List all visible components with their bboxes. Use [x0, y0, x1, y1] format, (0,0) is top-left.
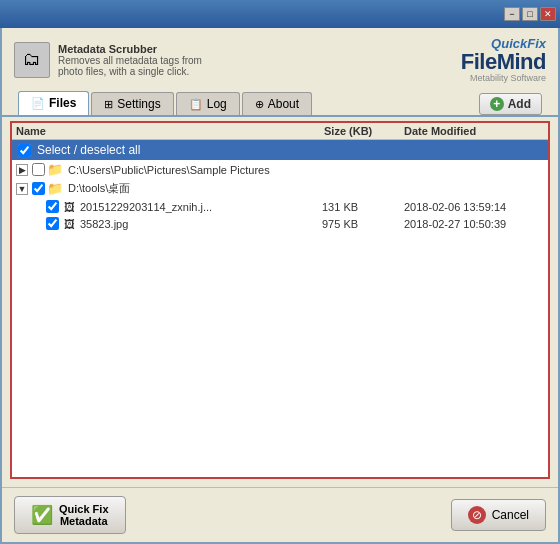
- add-area: + Add: [479, 93, 550, 115]
- file-row-2: 🖼 35823.jpg 975 KB 2018-02-27 10:50:39: [12, 215, 548, 232]
- title-bar: − □ ✕: [0, 0, 560, 28]
- minimize-button[interactable]: −: [504, 7, 520, 21]
- brand-filemind: FileMind: [461, 51, 546, 73]
- tab-settings[interactable]: ⊞ Settings: [91, 92, 173, 115]
- col-date-header: Date Modified: [404, 125, 544, 137]
- column-headers: Name Size (KB) Date Modified: [12, 123, 548, 140]
- expand-folder2-button[interactable]: ▼: [16, 183, 28, 195]
- folder1-icon: 📁: [47, 162, 63, 177]
- quick-fix-button[interactable]: ✅ Quick FixMetadata: [14, 496, 126, 534]
- add-icon: +: [490, 97, 504, 111]
- footer: ✅ Quick FixMetadata ⊘ Cancel: [2, 487, 558, 542]
- file2-icon: 🖼: [64, 218, 75, 230]
- file2-checkbox[interactable]: [46, 217, 59, 230]
- title-bar-buttons: − □ ✕: [504, 7, 556, 21]
- tabs: 📄 Files ⊞ Settings 📋 Log ⊕ About: [10, 91, 320, 115]
- tab-about-label: About: [268, 97, 299, 111]
- close-button[interactable]: ✕: [540, 7, 556, 21]
- file-row-1: 🖼 20151229203114_zxnih.j... 131 KB 2018-…: [12, 198, 548, 215]
- folder2-path: D:\tools\桌面: [68, 181, 130, 196]
- folder-row-2: ▼ 📁 D:\tools\桌面: [12, 179, 548, 198]
- about-tab-icon: ⊕: [255, 98, 264, 111]
- app-text: Metadata Scrubber Removes all metadata t…: [58, 43, 202, 77]
- tab-files[interactable]: 📄 Files: [18, 91, 89, 115]
- file1-icon: 🖼: [64, 201, 75, 213]
- add-button[interactable]: + Add: [479, 93, 542, 115]
- main-window: 🗂 Metadata Scrubber Removes all metadata…: [0, 28, 560, 544]
- tab-about[interactable]: ⊕ About: [242, 92, 312, 115]
- file2-date: 2018-02-27 10:50:39: [404, 218, 544, 230]
- file1-size: 131 KB: [322, 201, 402, 213]
- log-tab-icon: 📋: [189, 98, 203, 111]
- tab-files-label: Files: [49, 96, 76, 110]
- tab-settings-label: Settings: [117, 97, 160, 111]
- file1-checkbox[interactable]: [46, 200, 59, 213]
- col-size-header: Size (KB): [324, 125, 404, 137]
- quick-fix-label: Quick FixMetadata: [59, 503, 109, 527]
- file-list: Select / deselect all ▶ 📁 C:\Users\Publi…: [12, 140, 548, 477]
- tab-log[interactable]: 📋 Log: [176, 92, 240, 115]
- app-icon: 🗂: [14, 42, 50, 78]
- select-all-row[interactable]: Select / deselect all: [12, 140, 548, 160]
- file2-name: 35823.jpg: [80, 218, 320, 230]
- file1-date: 2018-02-06 13:59:14: [404, 201, 544, 213]
- cancel-icon: ⊘: [468, 506, 486, 524]
- file1-name: 20151229203114_zxnih.j...: [80, 201, 320, 213]
- folder1-checkbox[interactable]: [32, 163, 45, 176]
- select-all-checkbox[interactable]: [18, 144, 31, 157]
- maximize-button[interactable]: □: [522, 7, 538, 21]
- app-name: Metadata Scrubber: [58, 43, 202, 55]
- file-list-container: Name Size (KB) Date Modified Select / de…: [10, 121, 550, 479]
- app-brand: QuickFix FileMind Metability Software: [461, 36, 546, 83]
- quick-fix-icon: ✅: [31, 504, 53, 526]
- tabs-add-row: 📄 Files ⊞ Settings 📋 Log ⊕ About + Add: [2, 91, 558, 117]
- col-name-header: Name: [16, 125, 324, 137]
- folder2-icon: 📁: [47, 181, 63, 196]
- folder2-checkbox[interactable]: [32, 182, 45, 195]
- files-tab-icon: 📄: [31, 97, 45, 110]
- tab-log-label: Log: [207, 97, 227, 111]
- app-logo-area: 🗂 Metadata Scrubber Removes all metadata…: [14, 42, 202, 78]
- add-button-label: Add: [508, 97, 531, 111]
- settings-tab-icon: ⊞: [104, 98, 113, 111]
- expand-folder1-button[interactable]: ▶: [16, 164, 28, 176]
- app-desc: Removes all metadata tags fromphoto file…: [58, 55, 202, 77]
- cancel-button[interactable]: ⊘ Cancel: [451, 499, 546, 531]
- app-icon-glyph: 🗂: [23, 49, 41, 70]
- file2-size: 975 KB: [322, 218, 402, 230]
- select-all-label: Select / deselect all: [37, 143, 140, 157]
- folder-row-1: ▶ 📁 C:\Users\Public\Pictures\Sample Pict…: [12, 160, 548, 179]
- folder1-path: C:\Users\Public\Pictures\Sample Pictures: [68, 164, 270, 176]
- cancel-label: Cancel: [492, 508, 529, 522]
- app-header: 🗂 Metadata Scrubber Removes all metadata…: [2, 28, 558, 91]
- brand-sub: Metability Software: [461, 73, 546, 83]
